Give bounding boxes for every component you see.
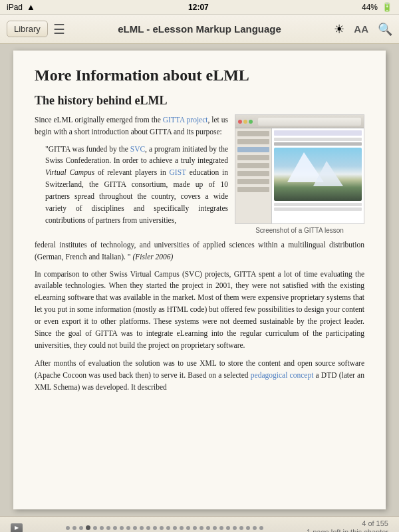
nav-dot-21 <box>200 526 203 530</box>
nav-dot-26 <box>233 526 237 530</box>
nav-dot-1 <box>66 526 70 530</box>
wifi-icon: ▲ <box>27 2 35 12</box>
font-size-button[interactable]: AA <box>354 23 368 35</box>
nav-dot-5 <box>93 526 97 530</box>
gist-link[interactable]: GIST <box>170 168 186 176</box>
nav-dots <box>66 525 263 530</box>
brightness-icon[interactable]: ☀ <box>334 22 344 37</box>
nav-dot-14 <box>153 526 157 530</box>
pedagogical-link[interactable]: pedagogical concept <box>251 371 314 379</box>
first-section-left: Since eLML originally emerged from the G… <box>35 114 228 234</box>
ss-sidebar-line3 <box>237 147 269 152</box>
nav-dot-30 <box>259 526 263 530</box>
para2: In comparison to other Swiss Virtual Cam… <box>35 269 364 352</box>
nav-dot-20 <box>193 526 197 530</box>
ss-heading <box>274 130 362 136</box>
nav-dot-23 <box>213 526 217 530</box>
ss-mountain-peak2 <box>313 161 343 186</box>
nav-dot-9 <box>120 526 124 530</box>
library-button[interactable]: Library <box>7 21 48 37</box>
ss-line2 <box>274 142 362 146</box>
ss-line4 <box>274 207 362 211</box>
blockquote-continuation: federal institutes of technology, and un… <box>35 239 364 263</box>
contents-button[interactable]: ☰ <box>53 21 65 37</box>
ss-close-dot <box>238 120 242 124</box>
ss-sidebar-line4 <box>237 155 269 160</box>
toolbar-right: ☀ AA 🔍 <box>334 22 392 37</box>
toolbar-left: Library ☰ <box>7 21 65 37</box>
screenshot-image <box>235 114 364 224</box>
ss-sidebar-line6 <box>237 171 269 176</box>
battery-label: 44% <box>362 3 378 12</box>
ss-sidebar-line8 <box>237 187 269 192</box>
ss-sidebar-line7 <box>237 179 269 184</box>
nav-dot-2 <box>72 526 76 530</box>
ss-mountain-image <box>274 148 362 201</box>
nav-dot-17 <box>173 526 177 530</box>
time-display: 12:07 <box>188 3 209 12</box>
status-left: iPad ▲ <box>7 2 35 12</box>
ss-max-dot <box>249 120 253 124</box>
blockquote-text: "GITTA was funded by the SVC, a program … <box>45 144 228 227</box>
nav-dot-10 <box>126 526 130 530</box>
chapter-info: 1 page left in this chapter <box>307 528 388 532</box>
ss-content-area <box>272 128 364 223</box>
ss-sidebar-line2 <box>237 139 269 144</box>
blockquote: "GITTA was funded by the SVC, a program … <box>35 144 228 227</box>
page-info-container: 4 of 155 1 page left in this chapter <box>307 519 388 532</box>
search-icon[interactable]: 🔍 <box>378 22 392 37</box>
nav-dot-3 <box>79 526 83 530</box>
nav-dot-8 <box>113 526 117 530</box>
nav-dot-4 <box>86 525 90 530</box>
status-right: 44% 🔋 <box>362 2 392 12</box>
ss-min-dot <box>243 120 247 124</box>
status-bar: iPad ▲ 12:07 44% 🔋 <box>0 0 399 15</box>
section-title: The history behind eLML <box>35 94 364 108</box>
ss-sidebar <box>235 128 272 223</box>
nav-dot-12 <box>140 526 144 530</box>
ipad-label: iPad <box>7 3 23 12</box>
ss-sidebar-line5 <box>237 163 269 168</box>
toolbar-title: eLML - eLesson Markup Language <box>65 23 334 35</box>
bottom-nav: ▶ 4 of 155 1 page left in this <box>0 516 399 532</box>
ss-line1 <box>274 138 362 141</box>
screenshot-inner <box>235 115 364 223</box>
play-icon: ▶ <box>11 523 23 533</box>
nav-dot-28 <box>246 526 250 530</box>
ss-address-bar <box>258 118 361 126</box>
gitta-link[interactable]: GITTA project <box>163 116 208 124</box>
page-container: More Information about eLML The history … <box>0 44 399 516</box>
nav-dot-24 <box>219 526 223 530</box>
nav-dot-29 <box>253 526 257 530</box>
page-number: 4 of 155 <box>362 519 388 527</box>
nav-dot-7 <box>106 526 110 530</box>
ss-sidebar-line1 <box>237 131 269 136</box>
nav-dot-16 <box>166 526 170 530</box>
svc-link[interactable]: SVC <box>130 145 145 153</box>
nav-dot-13 <box>146 526 150 530</box>
screenshot-container: Screenshot of a GITTA lesson <box>235 114 364 234</box>
nav-dot-6 <box>100 526 104 530</box>
nav-dot-15 <box>160 526 164 530</box>
ss-toolbar <box>235 115 364 128</box>
screenshot-caption: Screenshot of a GITTA lesson <box>235 227 364 234</box>
ss-line3 <box>274 203 362 206</box>
battery-icon: 🔋 <box>382 2 392 12</box>
page-title: More Information about eLML <box>35 66 364 84</box>
intro-paragraph: Since eLML originally emerged from the G… <box>35 114 228 138</box>
nav-dot-19 <box>186 526 190 530</box>
toolbar: Library ☰ eLML - eLesson Markup Language… <box>0 15 399 44</box>
nav-dot-25 <box>226 526 230 530</box>
play-button-container[interactable]: ▶ <box>11 523 23 533</box>
nav-dot-27 <box>239 526 243 530</box>
reading-page[interactable]: More Information about eLML The history … <box>13 51 386 509</box>
para3: After months of evaluation the solution … <box>35 358 364 393</box>
nav-dot-18 <box>180 526 184 530</box>
nav-dot-22 <box>206 526 210 530</box>
first-section: Since eLML originally emerged from the G… <box>35 114 364 234</box>
nav-dot-11 <box>133 526 137 530</box>
